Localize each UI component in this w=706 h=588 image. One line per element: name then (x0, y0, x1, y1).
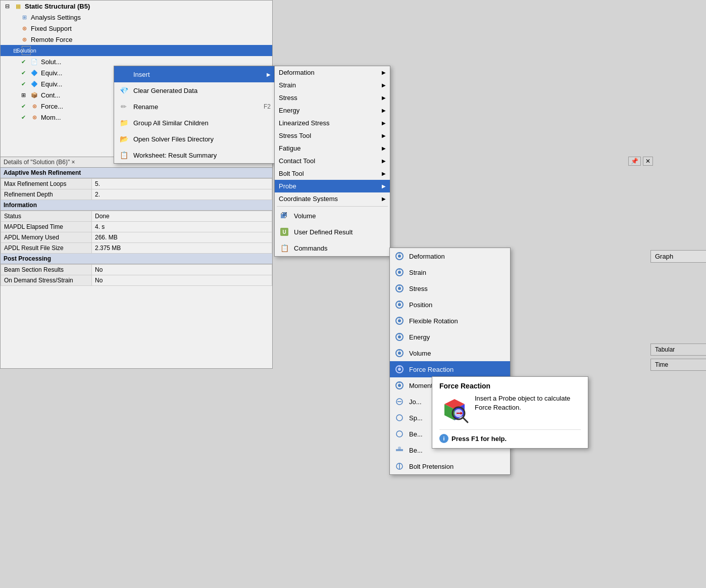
probe-flexible-rotation-icon (394, 315, 405, 326)
menu-item-linearized-stress[interactable]: Linearized Stress ▶ (275, 117, 390, 129)
tree-item-label: Force... (41, 103, 63, 110)
svg-line-47 (463, 418, 468, 422)
menu-item-label: Be... (409, 447, 423, 454)
tree-expand-icon (11, 24, 18, 33)
svg-point-36 (396, 415, 402, 421)
probe-menu-stress[interactable]: Stress (390, 280, 510, 297)
tree-item-icon2: ⊛ (30, 102, 39, 111)
tree-expand-icon: ⊟ (3, 2, 12, 11)
cell-value: No (92, 265, 272, 275)
menu-item-strain[interactable]: Strain ▶ (275, 79, 390, 91)
pin-icon[interactable]: 📌 (628, 157, 641, 166)
menu-item-worksheet[interactable]: 📋 Worksheet: Result Summary (114, 147, 275, 163)
menu-item-stress[interactable]: Stress ▶ (275, 91, 390, 104)
probe-menu-flexible-rotation[interactable]: Flexible Rotation (390, 313, 510, 329)
cell-value: 4. s (92, 222, 272, 232)
probe-menu-energy[interactable]: Energy (390, 329, 510, 345)
table-row: On Demand Stress/Strain No (1, 275, 272, 286)
group-icon: 📁 (118, 117, 129, 128)
tree-item-analysis-settings[interactable]: ⊞ Analysis Settings (1, 12, 272, 23)
cell-value: No (92, 275, 272, 286)
tree-item-icon2: 📄 (30, 57, 39, 66)
menu-item-volume[interactable]: Volume (275, 208, 390, 224)
probe-menu-force-reaction[interactable]: Force Reaction (390, 361, 510, 377)
svg-point-12 (398, 268, 400, 270)
probe-menu-position[interactable]: Position (390, 297, 510, 313)
submenu-arrow: ▶ (382, 133, 386, 138)
probe-menu-volume[interactable]: Volume (390, 345, 510, 361)
cell-label: Max Refinement Loops (1, 179, 92, 189)
menu-item-label: Strain (409, 269, 426, 276)
tree-item-icon: ✔ (19, 57, 28, 66)
probe-menu-strain[interactable]: Strain (390, 264, 510, 280)
probe-spring-icon (394, 412, 405, 423)
menu-item-energy[interactable]: Energy ▶ (275, 104, 390, 117)
submenu-arrow: ▶ (382, 196, 386, 202)
probe-position-icon (394, 299, 405, 310)
menu-item-probe[interactable]: Probe ▶ (275, 180, 390, 192)
menu-item-deformation[interactable]: Deformation ▶ (275, 66, 390, 79)
menu-item-label: Deformation (279, 69, 315, 76)
menu-item-rename[interactable]: ✏ Rename F2 (114, 99, 275, 115)
svg-point-33 (398, 381, 400, 383)
probe-deformation-icon (394, 251, 405, 262)
menu-item-label: Force Reaction (409, 366, 453, 373)
table-row: APDL Memory Used 266. MB (1, 232, 272, 243)
svg-point-26 (398, 352, 401, 355)
tree-item-fixed-support[interactable]: ⊛ Fixed Support (1, 23, 272, 34)
probe-strain-icon (394, 267, 405, 278)
menu-item-fatigue[interactable]: Fatigue ▶ (275, 142, 390, 155)
menu-item-clear-generated-data[interactable]: 💎 Clear Generated Data (114, 82, 275, 99)
post-processing-table: Beam Section Results No On Demand Stress… (1, 264, 272, 286)
svg-line-4 (285, 216, 287, 218)
tree-expand-icon (11, 35, 18, 44)
menu-item-insert[interactable]: Insert ▶ (114, 66, 275, 82)
menu-item-stress-tool[interactable]: Stress Tool ▶ (275, 129, 390, 142)
menu-item-coordinate-systems[interactable]: Coordinate Systems ▶ (275, 192, 390, 205)
close-icon[interactable]: ✕ (643, 157, 653, 166)
cell-value: 5. (92, 179, 272, 189)
probe-joint-icon (394, 396, 405, 407)
tree-item-icon: ✔ (19, 68, 28, 77)
tooltip-title: Force Reaction (439, 382, 581, 390)
graph-label: Graph (655, 253, 673, 260)
tooltip-help: i Press F1 for help. (439, 429, 581, 443)
tree-item-icon2: 🔷 (30, 68, 39, 77)
panel-controls: 📌 ✕ (628, 157, 653, 166)
menu-item-user-defined-result[interactable]: U User Defined Result (275, 224, 390, 240)
menu-item-group-children[interactable]: 📁 Group All Similar Children (114, 115, 275, 131)
tree-item-static-structural[interactable]: ⊟ ▦ Static Structural (B5) (1, 1, 272, 12)
probe-menu-bolt-pretension[interactable]: Bolt Pretension (390, 458, 510, 474)
time-panel: Time (650, 359, 706, 371)
menu-item-label: Deformation (409, 253, 445, 260)
cell-value: 266. MB (92, 232, 272, 243)
probe-bolt-icon (394, 461, 405, 472)
submenu-arrow: ▶ (382, 145, 386, 151)
menu-item-label: Volume (294, 212, 316, 220)
tree-item-solution[interactable]: ⊟ Solution (1, 45, 272, 56)
menu-item-contact-tool[interactable]: Contact Tool ▶ (275, 155, 390, 167)
tree-expand-icon (11, 13, 18, 22)
rename-shortcut: F2 (264, 103, 271, 110)
tooltip-help-text: Press F1 for help. (451, 435, 507, 443)
menu-item-commands[interactable]: 📋 Commands (275, 240, 390, 256)
submenu-arrow: ▶ (382, 82, 386, 88)
submenu-arrow: ▶ (382, 171, 386, 176)
menu-item-label: Probe (279, 182, 296, 190)
svg-point-27 (398, 349, 400, 351)
svg-point-14 (398, 287, 401, 290)
svg-point-15 (398, 284, 400, 286)
menu-item-open-solver-dir[interactable]: 📂 Open Solver Files Directory (114, 131, 275, 147)
menu-item-label: Volume (409, 350, 431, 357)
menu-item-label: Open Solver Files Directory (133, 135, 214, 143)
menu-item-label: Clear Generated Data (133, 87, 197, 94)
table-row: APDL Result File Size 2.375 MB (1, 243, 272, 254)
svg-point-29 (398, 368, 401, 371)
svg-point-9 (398, 252, 400, 254)
probe-menu-deformation[interactable]: Deformation (390, 248, 510, 264)
probe-bearing-icon (394, 428, 405, 439)
tooltip-icon (439, 394, 470, 424)
submenu-arrow: ▶ (382, 108, 386, 113)
menu-item-bolt-tool[interactable]: Bolt Tool ▶ (275, 167, 390, 180)
tree-item-remote-force[interactable]: ⊛ Remote Force (1, 34, 272, 45)
